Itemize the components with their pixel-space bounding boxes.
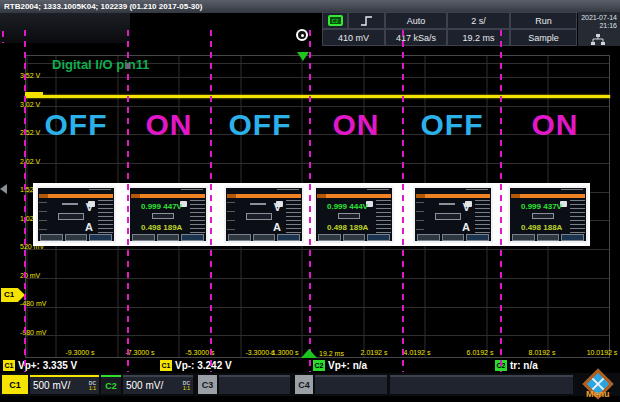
c2-scale: 500 mV/ [126,380,163,391]
thumb-button [561,234,584,241]
thumb-setpoint-dash [62,203,78,205]
trigger-position-marker-icon[interactable] [297,52,309,61]
trigger-source-badge: C2 [328,15,343,26]
thumb-button [343,234,366,241]
thumb-titlebar [229,189,299,193]
thumb-left-menu [416,202,424,230]
segment-label: OFF [406,108,498,142]
acquisition-toolbar: C2 Auto 2 s/ Run 410 mV 417 kSa/s 19.2 m… [322,12,578,46]
measurement-value: tr: n/a [510,360,538,371]
thumb-right-menu [98,200,113,234]
sample-rate-cell: 417 kSa/s [385,29,447,46]
measurement-value: Vp+: 3.335 V [18,360,77,371]
thumb-button [253,234,276,241]
segment-label: OFF [30,108,122,142]
thumb-button [367,234,390,241]
annotation-dashed-line [24,30,26,372]
t-axis-label: -1.3000 s [262,349,306,356]
thumb-button [277,234,300,241]
thumb-left-menu [227,202,235,230]
thumb-left-menu [39,202,47,230]
channel-c1-button[interactable]: C1 [2,375,28,394]
channel-c2-button[interactable]: C2 [101,375,121,394]
trigger-level-cell[interactable]: 410 mV [322,29,385,46]
thumb-right-menu [376,200,391,234]
channel-c4-scale-cell[interactable] [315,375,387,394]
segment-label: ON [509,108,601,142]
thumb-value-box [435,213,461,220]
thumb-value-box [338,213,360,219]
psu-screenshot-thumbnail: 0.999 447V 0.498 189A [128,186,208,243]
c1-probe-ratio: 1:1 [89,386,96,391]
thumb-button [417,234,440,241]
c1-scale: 500 mV/ [33,380,70,391]
annotation-dashed-line [309,30,311,372]
channel-badge: C1 [3,360,15,371]
lan-network-icon [590,34,606,45]
current-readout: 0.498 189A [327,223,368,232]
t-axis-label: -9.3000 s [58,349,102,356]
run-state-cell[interactable]: Run [510,12,577,29]
thumb-setpoint-dash [439,203,455,205]
segment-label: ON [123,108,215,142]
channel-c1-scale-cell[interactable]: 500 mV/ DC 1:1 [30,375,99,394]
annotation-dash-stub [2,31,4,43]
thumb-titlebar [41,189,111,193]
t-axis-label: 6.0192 s [458,349,502,356]
thumb-button [89,234,112,241]
psu-screenshot-thumbnail: V A [413,186,493,243]
trigger-slope-cell[interactable] [348,12,385,29]
trigger-slope-icon [358,14,376,28]
oscilloscope-screen: RTB2004; 1333.1005K04; 102239 (01.210 20… [0,0,620,402]
annotation-dashed-line [500,30,502,372]
t-axis-label: -7.3000 s [118,349,162,356]
thumb-right-menu [286,200,301,234]
thumbnail-strip [33,183,590,246]
t-axis-label: 8.0192 s [520,349,564,356]
trigger-mode-cell[interactable]: Auto [385,12,447,29]
thumb-button [181,234,204,241]
menu-button[interactable]: Menu [586,389,610,399]
thumb-right-menu [475,200,490,234]
t-axis-label: 2.0192 s [352,349,396,356]
voltage-readout: 0.999 444V [327,202,368,211]
thumb-value-box [58,213,84,220]
annotation-dashed-line [402,30,404,372]
segment-label: OFF [214,108,306,142]
time-text: 21:16 [581,22,617,30]
trigger-time-label: 19.2 ms [319,350,344,357]
measurement-value: Vp-: 3.242 V [175,360,232,371]
top-left-shade [0,13,130,43]
c1-trace-start [25,92,43,97]
thumb-button [537,234,560,241]
thumb-button [132,234,155,241]
datetime-panel: 2021-07-14 21:16 [578,12,620,46]
voltage-readout: 0.999 447V [141,202,182,211]
channel-c4-button[interactable]: C4 [295,375,313,394]
annotation-dashed-line [210,30,212,372]
timebase-cell[interactable]: 2 s/ [447,12,510,29]
thumb-right-menu [190,200,205,234]
psu-screenshot-thumbnail: 0.999 437V 0.498 188A [508,186,588,243]
thumb-right-menu [570,200,585,234]
extra-info-cell [390,375,573,394]
channel-c3-button[interactable]: C3 [198,375,217,394]
current-readout: 0.498 189A [141,223,182,232]
channel-c2-scale-cell[interactable]: 500 mV/ DC 1:1 [123,375,193,394]
c1-trace [25,95,610,98]
acquisition-mode-cell[interactable]: Sample [510,29,577,46]
thumb-button [40,234,63,241]
trigger-source-cell[interactable]: C2 [322,12,348,29]
measurement-item: C1 Vp+: 3.335 V [3,359,77,372]
thumb-value-box [152,213,174,219]
thumb-button [228,234,251,241]
measurement-item: C1 Vp-: 3.242 V [160,359,232,372]
psu-screenshot-thumbnail: V A [36,186,116,243]
left-reference-marker-icon [0,184,7,194]
segment-label: ON [310,108,402,142]
thumb-titlebar [319,189,389,193]
channel-c3-scale-cell[interactable] [219,375,290,394]
amp-letter: A [462,221,470,233]
thumb-button [466,234,489,241]
trigger-position-pin[interactable] [296,29,308,41]
